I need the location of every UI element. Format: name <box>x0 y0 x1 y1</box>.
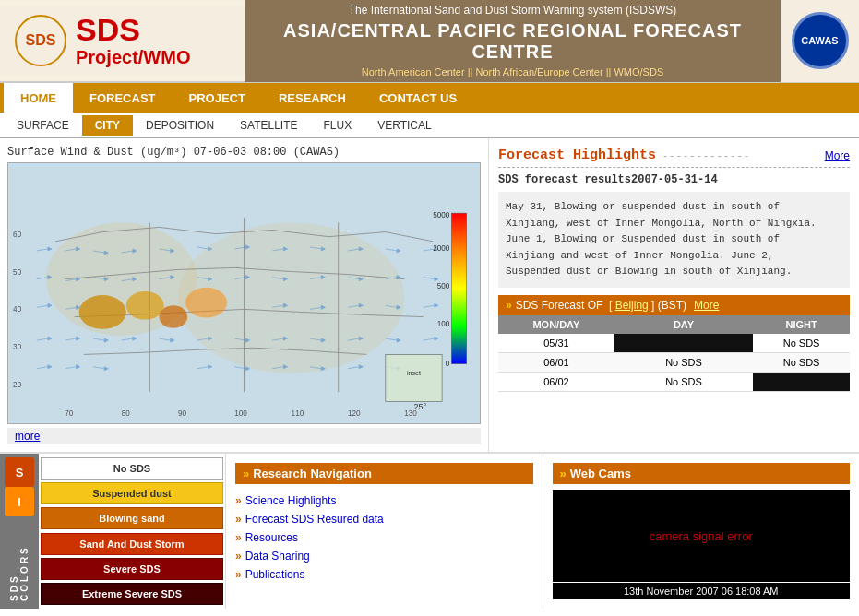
svg-point-5 <box>160 305 188 328</box>
night-0601: No SDS <box>753 352 850 372</box>
nav-item-project[interactable]: PROJECT <box>173 83 262 113</box>
cawas-area: CAWAS <box>781 0 859 82</box>
nav-item-home[interactable]: HOME <box>4 83 73 113</box>
sf-table: MON/DAY DAY NIGHT 05/31 No SDS 06/01 No … <box>498 315 850 392</box>
svg-text:130: 130 <box>404 409 417 418</box>
webcam-display: camera signal error <box>553 490 851 582</box>
date-0602: 06/02 <box>498 372 614 391</box>
day-0602: No SDS <box>614 372 753 391</box>
subnav-item-deposition[interactable]: DEPOSITION <box>133 115 227 136</box>
icon-s: S <box>5 457 34 487</box>
map-container: 5000 2000 500 100 0 25° inset 60 50 40 3… <box>7 162 481 424</box>
research-section: » Research Navigation » Science Highligh… <box>226 454 543 609</box>
legend-row-suspended: Suspended dust <box>41 482 223 504</box>
webcam-timestamp: 13th November 2007 06:18:08 AM <box>553 583 851 599</box>
research-header-label: Research Navigation <box>253 467 372 480</box>
sf-header-text: SDS Forecast OF [ Beijing ] (BST) <box>516 299 686 312</box>
cawas-label: CAWAS <box>801 35 838 46</box>
legend-row-no-sds: No SDS <box>41 457 223 480</box>
forecast-highlights: Forecast Highlights - - - - - - - - - - … <box>498 148 850 288</box>
research-arrow-icon: » <box>243 467 249 480</box>
header-sublinks[interactable]: North American Center || North African/E… <box>259 66 766 77</box>
sf-header: » SDS Forecast OF [ Beijing ] (BST) More <box>498 295 850 315</box>
subnav-item-flux[interactable]: FLUX <box>311 115 365 136</box>
svg-text:80: 80 <box>122 409 131 418</box>
isdsws-text: The International Sand and Dust Storm Wa… <box>259 4 766 17</box>
day-0531 <box>614 334 753 353</box>
sds-forecast: » SDS Forecast OF [ Beijing ] (BST) More… <box>498 295 850 392</box>
svg-text:2000: 2000 <box>433 244 450 253</box>
subnav-item-city[interactable]: CITY <box>82 115 133 136</box>
bullet-icon: » <box>235 494 242 507</box>
svg-text:60: 60 <box>13 231 22 239</box>
webcam-header: » Web Cams <box>553 463 851 484</box>
highlights-section: Forecast Highlights - - - - - - - - - - … <box>489 138 859 452</box>
svg-text:0: 0 <box>446 360 450 368</box>
sds-circle-logo: SDS <box>15 15 66 66</box>
table-row: 05/31 No SDS <box>498 334 850 353</box>
date-0601: 06/01 <box>498 352 614 372</box>
nav-item-research[interactable]: RESEARCH <box>262 83 363 113</box>
icon-i: I <box>5 487 34 516</box>
bullet-icon: » <box>235 513 242 526</box>
night-0531: No SDS <box>753 334 850 353</box>
subnav-item-surface[interactable]: SURFACE <box>4 115 82 136</box>
webcam-header-label: Web Cams <box>570 467 631 480</box>
svg-text:20: 20 <box>13 381 22 389</box>
subnav-item-vertical[interactable]: VERTICAL <box>364 115 444 136</box>
science-highlights-link[interactable]: Science Highlights <box>245 494 337 507</box>
bottom-area: S I SDS COLORS No SDS Suspended dust Blo… <box>0 452 859 609</box>
list-item: » Data Sharing <box>235 547 533 565</box>
data-sharing-link[interactable]: Data Sharing <box>245 550 310 563</box>
svg-point-3 <box>79 295 126 329</box>
sds-project-title: SDS Project/WMO <box>76 13 190 68</box>
map-title: Surface Wind & Dust (ug/m³) 07-06-03 08:… <box>7 146 481 159</box>
header-center: The International Sand and Dust Storm Wa… <box>245 0 781 82</box>
subnav-item-satellite[interactable]: SATELLITE <box>227 115 310 136</box>
svg-point-4 <box>126 291 164 320</box>
nav-item-forecast[interactable]: FORECAST <box>73 83 173 113</box>
sf-more[interactable]: More <box>694 299 719 312</box>
research-header: » Research Navigation <box>235 463 533 484</box>
cawas-badge: CAWAS <box>792 12 849 69</box>
webcam-error-text: camera signal error <box>650 529 753 543</box>
forecast-sds-link[interactable]: Forecast SDS Resured data <box>245 513 384 526</box>
publications-link[interactable]: Publications <box>245 568 305 581</box>
bullet-icon: » <box>235 531 242 544</box>
list-item: » Publications <box>235 565 533 584</box>
resources-link[interactable]: Resources <box>245 531 298 544</box>
date-0531: 05/31 <box>498 334 614 353</box>
forecast-highlights-more[interactable]: More <box>825 149 850 162</box>
map-svg: 5000 2000 500 100 0 25° inset 60 50 40 3… <box>8 163 480 423</box>
legend-row-storm: Sand And Dust Storm <box>41 533 223 555</box>
nav-bar: HOME FORECAST PROJECT RESEARCH CONTACT U… <box>0 83 859 113</box>
svg-text:40: 40 <box>13 305 22 314</box>
svg-rect-118 <box>386 354 442 401</box>
svg-text:100: 100 <box>234 409 247 418</box>
svg-text:70: 70 <box>65 409 74 418</box>
list-item: » Science Highlights <box>235 492 533 510</box>
map-more-link[interactable]: more <box>7 428 481 444</box>
sds-colors-sidebar: S I SDS COLORS <box>0 454 39 609</box>
sds-colors-label: SDS COLORS <box>9 520 30 601</box>
sub-nav: SURFACE CITY DEPOSITION SATELLITE FLUX V… <box>0 113 859 138</box>
header: SDS SDS Project/WMO The International Sa… <box>0 0 859 83</box>
svg-point-6 <box>185 288 227 318</box>
research-links: » Science Highlights » Forecast SDS Resu… <box>235 492 533 584</box>
svg-text:5000: 5000 <box>433 211 450 219</box>
col-day: DAY <box>614 315 753 334</box>
col-night: NIGHT <box>753 315 850 334</box>
beijing-link[interactable]: Beijing <box>615 299 649 312</box>
col-monday: MON/DAY <box>498 315 614 334</box>
legend-section: S I SDS COLORS No SDS Suspended dust Blo… <box>0 454 226 609</box>
bullet-icon: » <box>235 568 242 581</box>
legend-row-severe: Severe SDS <box>41 558 223 580</box>
nav-item-contact[interactable]: CONTACT US <box>363 83 473 113</box>
list-item: » Forecast SDS Resured data <box>235 510 533 528</box>
fh-subtitle: SDS forecast results2007-05-31-14 <box>498 173 850 186</box>
legend-row-blowing: Blowing sand <box>41 507 223 529</box>
svg-text:100: 100 <box>437 320 450 328</box>
regional-title: ASIA/CENTRAL PACIFIC REGIONAL FORECAST C… <box>259 20 766 63</box>
table-row: 06/01 No SDS No SDS <box>498 352 850 372</box>
main-content: Surface Wind & Dust (ug/m³) 07-06-03 08:… <box>0 138 859 452</box>
